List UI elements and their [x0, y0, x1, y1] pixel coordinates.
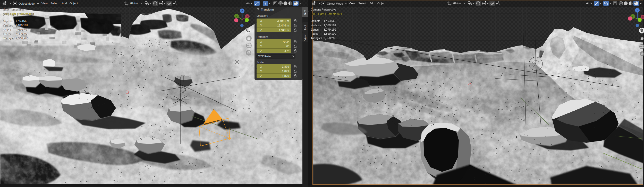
svg-text:Y: Y: [260, 70, 262, 73]
svg-text:1.941 m: 1.941 m: [279, 29, 289, 32]
svg-text:Z: Z: [260, 74, 262, 77]
svg-text:Location:: Location:: [257, 14, 268, 17]
svg-text:Z: Z: [260, 49, 262, 52]
svg-text:Z: Z: [260, 29, 262, 32]
svg-text:-17°: -17°: [284, 49, 289, 52]
svg-text:Y: Y: [260, 24, 262, 27]
svg-text:-12.444 m: -12.444 m: [276, 24, 289, 27]
svg-text:X: X: [642, 16, 644, 19]
svg-text:Global: Global: [130, 2, 138, 5]
svg-text:Scale:: Scale:: [257, 61, 265, 64]
svg-text:1.879: 1.879: [282, 65, 289, 68]
svg-text:Z: Z: [637, 9, 638, 12]
svg-text:Z: Z: [241, 10, 243, 12]
svg-text:X: X: [260, 40, 262, 43]
svg-text:1.879: 1.879: [282, 70, 289, 73]
svg-text:XYZ Euler: XYZ Euler: [258, 55, 271, 58]
svg-text:Y: Y: [260, 45, 262, 48]
svg-text:X: X: [247, 15, 248, 18]
svg-text:Y: Y: [236, 15, 237, 17]
svg-text:79.3°: 79.3°: [282, 40, 289, 43]
svg-text:Global: Global: [453, 2, 461, 5]
svg-text:Y: Y: [632, 15, 633, 18]
svg-text:1.879: 1.879: [282, 74, 289, 77]
svg-text:-3.4961 m: -3.4961 m: [276, 19, 289, 22]
svg-text:0°: 0°: [286, 45, 289, 48]
svg-text:X: X: [260, 19, 262, 22]
svg-text:X: X: [260, 65, 262, 68]
svg-text:Transform: Transform: [261, 8, 274, 11]
svg-text:Rotation:: Rotation:: [257, 35, 268, 38]
